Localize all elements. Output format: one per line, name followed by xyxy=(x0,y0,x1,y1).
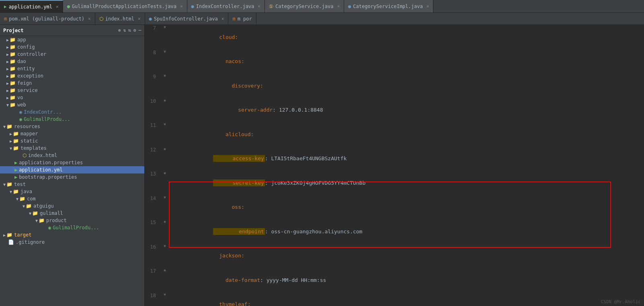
tree-label: feign xyxy=(17,80,32,86)
line-gutter: ◆ xyxy=(161,268,169,292)
tree-item[interactable]: ▼ 📁 product xyxy=(0,217,144,224)
tree-item[interactable]: ◉ IndexContr... xyxy=(0,108,144,116)
tree-label: controller xyxy=(17,51,46,57)
code-line-13: 13 ◆ secret-key: jcoKe3xZKOj4gHOFVDG5YY4… xyxy=(145,171,644,195)
tree-label: .gitignore xyxy=(16,239,45,245)
tree-item[interactable]: ▼ 📁 web xyxy=(0,101,144,108)
folder-icon: 📁 xyxy=(6,232,12,238)
tree-item[interactable]: ▶ application.properties xyxy=(0,159,144,166)
tree-item[interactable]: ▼ 📁 gulimall xyxy=(0,210,144,217)
code-line-9: 9 ▼ discovery: xyxy=(145,73,644,98)
tree-item[interactable]: ▼ 📁 atguigu xyxy=(0,202,144,210)
tab-pom-right[interactable]: m m por xyxy=(228,13,256,24)
sidebar[interactable]: Project ⊕ ⇅ ⇆ ⚙ ─ ▶ 📁 app ▶ 📁 config ▶ 📁… xyxy=(0,25,145,306)
tree-item-gitignore[interactable]: 📄 .gitignore xyxy=(0,239,144,246)
tree-item[interactable]: ▶ 📁 dao xyxy=(0,58,144,65)
settings-icon[interactable]: ⚙ xyxy=(133,28,136,33)
expand-arrow: ▼ xyxy=(23,204,25,208)
tree-item-test[interactable]: ▼ 📁 test xyxy=(0,181,144,188)
tab-close-icon[interactable]: ✕ xyxy=(180,4,183,9)
collapse-arrow: ▶ xyxy=(6,59,9,64)
tree-item[interactable]: ▶ 📁 static xyxy=(0,137,144,145)
line-number: 14 xyxy=(145,195,161,220)
expand-arrow: ▼ xyxy=(35,218,38,223)
tree-label: target xyxy=(14,232,31,238)
code-line-7: 7 ▼ cloud: xyxy=(145,25,644,49)
line-code[interactable]: cloud: xyxy=(169,25,644,49)
line-number: 15 xyxy=(145,219,161,244)
tab-close-icon[interactable]: ✕ xyxy=(258,4,260,9)
folder-icon: 📁 xyxy=(10,37,16,43)
tab-pom-xml[interactable]: m pom.xml (gulimall-product) ✕ xyxy=(0,13,95,24)
line-code[interactable]: date-format: yyyy-MM-dd HH:mm:ss xyxy=(169,268,644,292)
tree-label: application.properties xyxy=(19,160,83,165)
second-tab-bar[interactable]: m pom.xml (gulimall-product) ✕ ⬡ index.h… xyxy=(0,13,644,25)
tab-index-html[interactable]: ⬡ index.html ✕ xyxy=(95,13,145,24)
folder-icon: 📁 xyxy=(13,145,19,151)
scroll-icon[interactable]: ⇅ xyxy=(123,28,126,33)
tab-label: m por xyxy=(238,16,252,22)
tree-label: mapper xyxy=(21,131,38,137)
folder-icon: 📁 xyxy=(10,80,16,86)
add-icon[interactable]: ⊕ xyxy=(118,28,121,33)
collapse-icon[interactable]: ⇆ xyxy=(128,28,131,33)
tab-category-service[interactable]: ① CategoryService.java ✕ xyxy=(265,0,344,12)
line-code[interactable]: access-key: LTAI5tRbaeFt4UNGBSzAUtfk xyxy=(169,147,644,171)
tree-item-app-yml[interactable]: ▶ application.yml xyxy=(0,166,144,173)
tree-item[interactable]: ▶ 📁 mapper xyxy=(0,130,144,137)
tree-item[interactable]: ◉ GulimallProdu... xyxy=(0,224,144,231)
tree-item[interactable]: ▶ 📁 exception xyxy=(0,72,144,80)
tree-item-service[interactable]: ▶ 📁 service xyxy=(0,87,144,94)
minimize-icon[interactable]: ─ xyxy=(138,28,141,33)
tab-close-icon[interactable]: ✕ xyxy=(88,16,91,21)
line-code[interactable]: jackson: xyxy=(169,244,644,268)
collapse-arrow: ▶ xyxy=(6,38,9,42)
tab-label: application.yml xyxy=(9,4,52,10)
tree-item[interactable]: ▶ bootstrap.properties xyxy=(0,173,144,181)
code-line-17: 17 ◆ date-format: yyyy-MM-dd HH:mm:ss xyxy=(145,268,644,292)
tab-category-service-impl[interactable]: ● CategoryServiceImpl.java ✕ xyxy=(344,0,433,12)
tree-item[interactable]: ▶ 📁 feign xyxy=(0,80,144,87)
tab-close-icon[interactable]: ✕ xyxy=(337,4,340,9)
line-code[interactable]: secret-key: jcoKe3xZKOj4gHOFVDG5YY4mCTUn… xyxy=(169,171,644,195)
tree-item-target[interactable]: ▶ 📁 target xyxy=(0,231,144,239)
tree-item[interactable]: ▶ 📁 controller xyxy=(0,51,144,58)
folder-icon: 📁 xyxy=(26,203,32,209)
code-table: 7 ▼ cloud: 8 ▼ nacos: xyxy=(145,25,644,306)
tab-label: IndexController.java xyxy=(196,4,254,9)
line-gutter: ▼ xyxy=(161,122,169,147)
line-gutter: ◆ xyxy=(161,171,169,195)
tree-item[interactable]: ⬡ index.html xyxy=(0,152,144,159)
line-code[interactable]: discovery: xyxy=(169,73,644,98)
line-gutter: ▼ xyxy=(161,73,169,98)
tree-item[interactable]: ▼ 📁 com xyxy=(0,195,144,202)
line-code[interactable]: oss: xyxy=(169,195,644,220)
code-editor[interactable]: 7 ▼ cloud: 8 ▼ nacos: xyxy=(145,25,644,306)
line-code[interactable]: server-addr: 127.0.0.1:8848 xyxy=(169,98,644,122)
tab-spuinfo-controller[interactable]: ● SpuInfoController.java ✕ xyxy=(145,13,229,24)
tree-item[interactable]: ▼ 📁 java xyxy=(0,188,144,195)
editor-area[interactable]: 7 ▼ cloud: 8 ▼ nacos: xyxy=(145,25,644,306)
folder-icon: 📁 xyxy=(10,73,16,79)
tab-close-icon[interactable]: ✕ xyxy=(138,16,141,21)
tab-index-controller[interactable]: ● IndexController.java ✕ xyxy=(187,0,265,12)
tree-item[interactable]: ▶ 📁 config xyxy=(0,43,144,51)
line-code[interactable]: nacos: xyxy=(169,49,644,74)
tree-item[interactable]: ▶ 📁 vo xyxy=(0,94,144,101)
tree-item-resources[interactable]: ▼ 📁 resources xyxy=(0,123,144,130)
line-code[interactable]: alicloud: xyxy=(169,122,644,147)
tab-gulimall-tests[interactable]: ● GulimallProductApplicationTests.java ✕ xyxy=(63,0,187,12)
line-code[interactable]: thymeleaf: xyxy=(169,292,644,306)
top-tab-bar[interactable]: ▶ application.yml ✕ ● GulimallProductApp… xyxy=(0,0,644,13)
line-code[interactable]: endpoint: oss-cn-guangzhou.aliyuncs.com xyxy=(169,219,644,244)
tab-close-icon[interactable]: ✕ xyxy=(222,16,224,21)
tree-item[interactable]: ▶ 📁 entity xyxy=(0,65,144,72)
tree-item-templates[interactable]: ▼ 📁 templates xyxy=(0,145,144,152)
tab-close-icon[interactable]: ✕ xyxy=(427,4,429,9)
tab-application-yml[interactable]: ▶ application.yml ✕ xyxy=(0,0,63,12)
tree-item[interactable]: ◉ GulimallProdu... xyxy=(0,116,144,123)
tab-close-icon[interactable]: ✕ xyxy=(56,4,59,9)
folder-icon: 📁 xyxy=(10,88,16,93)
tree-label: GulimallProdu... xyxy=(53,225,99,231)
tree-item[interactable]: ▶ 📁 app xyxy=(0,36,144,43)
